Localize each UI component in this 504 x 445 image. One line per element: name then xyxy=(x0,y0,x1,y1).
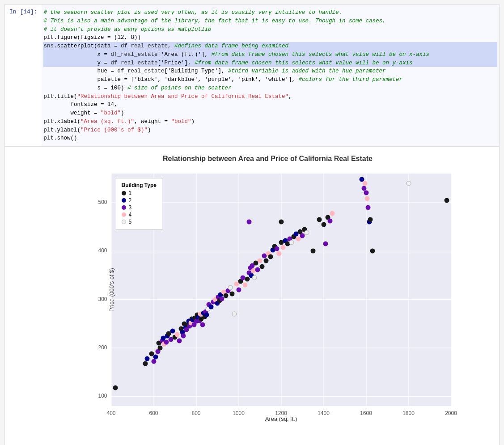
data-point xyxy=(327,219,332,224)
data-point xyxy=(275,246,280,251)
data-point xyxy=(230,291,235,296)
x-tick-1400: 1400 xyxy=(315,410,333,416)
data-point xyxy=(151,359,156,364)
code-line: # This is also a main advantage of the l… xyxy=(43,17,497,25)
data-point xyxy=(445,198,449,203)
data-point xyxy=(181,333,186,338)
data-point xyxy=(310,249,315,254)
output-area: Relationship between Area and Price of C… xyxy=(5,147,499,445)
data-point xyxy=(204,313,209,318)
chart-title: Relationship between Area and Price of C… xyxy=(62,151,474,165)
data-point xyxy=(279,220,284,225)
data-point xyxy=(153,354,158,359)
code-line: hue = df_real_estate['Building Type'], #… xyxy=(43,67,497,76)
data-point xyxy=(259,264,264,269)
data-point xyxy=(113,385,118,390)
data-point xyxy=(258,259,263,263)
y-tick-400: 400 xyxy=(98,247,107,254)
code-area[interactable]: # the seaborn scatter plot is used very … xyxy=(42,5,499,146)
data-point xyxy=(364,191,368,195)
data-point xyxy=(177,338,182,343)
x-tick-1600: 1600 xyxy=(357,410,375,416)
code-line: plt.xlabel("Area (sq. ft.)", weight = "b… xyxy=(43,118,497,126)
data-point xyxy=(252,275,257,280)
data-point xyxy=(236,288,241,292)
data-point xyxy=(143,361,148,366)
dots-container xyxy=(111,174,451,406)
y-tick-500: 500 xyxy=(98,199,107,205)
data-point xyxy=(174,332,179,337)
data-point xyxy=(368,217,373,222)
chart-plot-area: Price (000's of $) Area (sq. ft.) Buildi… xyxy=(111,174,451,406)
code-line: weight = "bold") xyxy=(43,109,497,118)
chart-container: Relationship between Area and Price of C… xyxy=(62,151,474,442)
data-point xyxy=(208,304,213,309)
x-tick-400: 400 xyxy=(102,410,120,416)
notebook-cell: In [14]: # the seaborn scatter plot is u… xyxy=(4,4,500,445)
code-line: plt.show() xyxy=(43,134,497,143)
data-point xyxy=(370,249,375,254)
data-point xyxy=(330,211,335,216)
code-line: sns.scatterplot(data = df_real_estate, #… xyxy=(43,42,497,51)
x-axis-ticks: 400600800100012001400160018002000 xyxy=(111,408,451,417)
data-point xyxy=(361,186,366,191)
data-point xyxy=(247,220,252,225)
cell-input: In [14]: # the seaborn scatter plot is u… xyxy=(5,5,499,147)
x-tick-1800: 1800 xyxy=(400,410,418,416)
code-line: y = df_real_estate['Price'], #from data … xyxy=(43,59,497,68)
data-point xyxy=(304,230,309,235)
code-line: plt.ylabel("Price (000's of $)") xyxy=(43,126,497,135)
data-point xyxy=(145,356,150,361)
data-point xyxy=(232,312,237,317)
data-point xyxy=(296,237,301,242)
code-line: plt.figure(figsize = (12, 8)) xyxy=(43,34,497,42)
data-point xyxy=(366,205,371,210)
y-tick-200: 200 xyxy=(98,344,107,351)
chart-inner: Price (000's of $) Area (sq. ft.) Buildi… xyxy=(89,165,465,433)
data-point xyxy=(363,181,368,186)
data-point xyxy=(323,242,328,246)
x-tick-1000: 1000 xyxy=(230,410,248,416)
data-point xyxy=(289,240,294,245)
data-point xyxy=(321,222,326,227)
data-point xyxy=(281,245,286,250)
data-point xyxy=(276,251,281,256)
code-line: # it doesn't provide as many options as … xyxy=(43,25,497,34)
code-line: plt.title("Relationship between Area and… xyxy=(43,93,497,101)
cell-label: In [14]: xyxy=(5,5,42,146)
data-point xyxy=(317,217,322,222)
data-point xyxy=(228,285,233,290)
y-tick-100: 100 xyxy=(98,393,107,399)
data-point xyxy=(224,293,229,298)
code-line: fontsize = 14, xyxy=(43,101,497,109)
data-point xyxy=(157,346,162,351)
data-point xyxy=(364,196,369,201)
data-point xyxy=(245,277,250,282)
y-tick-300: 300 xyxy=(98,296,107,302)
data-point xyxy=(406,181,411,186)
code-line: x = df_real_estate['Area (ft.)'], #from … xyxy=(43,51,497,59)
code-line: palette = ['black', 'darkblue', 'purple'… xyxy=(43,76,497,84)
data-point xyxy=(242,283,247,288)
x-tick-1200: 1200 xyxy=(272,410,290,416)
x-tick-800: 800 xyxy=(187,410,205,416)
code-line: s = 100) # size of points on the scatter xyxy=(43,84,497,93)
x-tick-2000: 2000 xyxy=(442,410,460,416)
x-tick-600: 600 xyxy=(145,410,163,416)
y-axis-ticks: 100200300400500 xyxy=(89,174,109,406)
data-point xyxy=(264,259,269,263)
data-point xyxy=(200,322,205,327)
code-line: # the seaborn scatter plot is used very … xyxy=(43,8,497,17)
data-point xyxy=(268,254,273,259)
